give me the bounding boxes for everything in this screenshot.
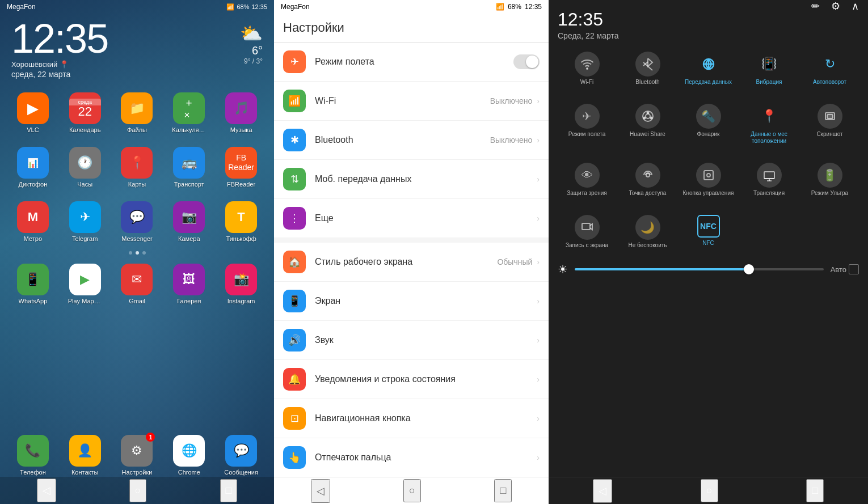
recent-button-home[interactable]: □ xyxy=(220,479,238,502)
back-button-settings[interactable]: ◁ xyxy=(311,479,330,503)
qs-tile-nfc[interactable]: NFC NFC xyxy=(679,210,738,253)
airplane-toggle[interactable] xyxy=(513,54,540,69)
qs-tile-eye-label: Защита зрения xyxy=(567,190,606,197)
qs-tile-location[interactable]: 📍 Данные о мес тоположении xyxy=(740,99,798,149)
settings-item-wifi[interactable]: 📶 Wi-Fi Выключено › xyxy=(274,82,549,121)
qs-tile-vibration[interactable]: 📳 Вибрация xyxy=(740,47,798,90)
app-whatsapp[interactable]: 📱 WhatsApp xyxy=(9,264,57,304)
nav-button-content: Навигационная кнопка xyxy=(315,413,537,423)
qs-tile-eye[interactable]: 👁 Защита зрения xyxy=(558,158,616,201)
app-label-messenger: Messenger xyxy=(121,235,152,242)
app-instagram[interactable]: 📸 Instagram xyxy=(217,264,265,304)
qs-edit-button[interactable]: ✏ xyxy=(811,0,820,12)
app-vlc[interactable]: ▶ VLC xyxy=(9,92,57,133)
dock-phone[interactable]: 📞 Телефон xyxy=(9,435,57,476)
dock-messages[interactable]: 💬 Сообщения xyxy=(217,435,265,476)
dock-settings[interactable]: ⚙ 1 Настройки xyxy=(113,435,161,476)
app-label-gmail: Gmail xyxy=(129,298,145,304)
qs-tile-dnd[interactable]: 🌙 Не беспокоить xyxy=(618,210,677,253)
settings-item-mobile-data[interactable]: ⇅ Моб. передача данных › xyxy=(274,160,549,199)
qs-tile-screenshot-icon xyxy=(818,104,842,129)
qs-tile-flashlight[interactable]: 🔦 Фонарик xyxy=(679,99,738,149)
app-gallery[interactable]: 🖼 Галерея xyxy=(165,264,213,304)
settings-item-bluetooth[interactable]: ✱ Bluetooth Выключено › xyxy=(274,121,549,160)
qs-tile-screen-record[interactable]: Запись с экрана xyxy=(558,210,616,253)
qs-expand-button[interactable]: ∧ xyxy=(852,0,859,12)
qs-tile-hotspot[interactable]: Точка доступа xyxy=(618,158,677,201)
app-icon-gallery: 🖼 xyxy=(173,264,205,295)
battery-settings: 68% xyxy=(508,3,521,11)
app-calendar[interactable]: среда 22 Календарь xyxy=(61,92,109,133)
app-fbreader[interactable]: FBReader FBReader xyxy=(217,147,265,188)
app-camera[interactable]: 📷 Камера xyxy=(165,201,213,242)
app-gmail[interactable]: ✉ Gmail xyxy=(113,264,161,304)
app-metro[interactable]: М Метро xyxy=(9,201,57,242)
qs-gear-button[interactable]: ⚙ xyxy=(831,0,840,12)
qs-tile-vibration-icon: 📳 xyxy=(757,52,782,77)
app-label-playstore: Play Маркет xyxy=(68,298,102,304)
qs-tile-data[interactable]: Передача данных xyxy=(679,47,738,90)
qs-tile-flashlight-label: Фонарик xyxy=(697,131,720,138)
dot-2 xyxy=(136,251,139,255)
wifi-label: Wi-Fi xyxy=(315,96,336,105)
app-files[interactable]: 📁 Файлы xyxy=(113,92,161,133)
app-playstore[interactable]: ▶ Play Маркет xyxy=(61,264,109,304)
app-music[interactable]: 🎵 Музыка xyxy=(217,92,265,133)
svg-point-6 xyxy=(647,112,648,114)
auto-brightness-checkbox[interactable] xyxy=(849,264,859,274)
app-label-transport: Транспорт xyxy=(174,181,204,188)
app-messenger[interactable]: 💬 Messenger xyxy=(113,201,161,242)
app-clock[interactable]: 🕐 Часы xyxy=(61,147,109,188)
qs-tile-huawei-share[interactable]: Huawei Share xyxy=(618,99,677,149)
settings-item-home-style[interactable]: 🏠 Стиль рабочего экрана Обычный › xyxy=(274,243,549,282)
back-button-qs[interactable]: ◁ xyxy=(593,479,612,503)
app-label-instagram: Instagram xyxy=(227,298,255,304)
app-calc[interactable]: ＋× Калькуляторg xyxy=(165,92,213,133)
qs-tile-autorotate[interactable]: ↻ Автоповорот xyxy=(800,47,859,90)
qs-tile-wifi[interactable]: Wi-Fi xyxy=(558,47,616,90)
status-bar-home: MegaFon 📶 68% 12:35 xyxy=(0,0,274,14)
app-telegram[interactable]: ✈ Telegram xyxy=(61,201,109,242)
qs-tile-nfc-label: NFC xyxy=(702,240,714,247)
qs-tile-flashlight-icon: 🔦 xyxy=(696,104,721,129)
carrier-settings: MegaFon xyxy=(281,3,310,11)
notifications-icon: 🔔 xyxy=(283,368,306,391)
qs-tile-dnd-label: Не беспокоить xyxy=(628,242,667,249)
recent-button-settings[interactable]: □ xyxy=(494,479,512,502)
notifications-content: Уведомления и строка состояния xyxy=(315,374,537,384)
app-tinkoff[interactable]: Т Тинькофф xyxy=(217,201,265,242)
app-label-whatsapp: WhatsApp xyxy=(19,298,48,304)
recent-button-qs[interactable]: □ xyxy=(806,479,824,502)
qs-tile-bluetooth[interactable]: Bluetooth xyxy=(618,47,677,90)
bluetooth-content: Bluetooth xyxy=(315,135,490,145)
settings-item-sound[interactable]: 🔊 Звук › xyxy=(274,321,549,360)
qs-tile-screenshot[interactable]: Скриншот xyxy=(800,99,859,149)
settings-item-nav-button[interactable]: ⊡ Навигационная кнопка › xyxy=(274,399,549,438)
qs-tile-screenshot-label: Скриншот xyxy=(816,131,842,138)
app-icon-vlc: ▶ xyxy=(17,92,49,124)
back-button-home[interactable]: ◁ xyxy=(37,478,56,502)
app-maps[interactable]: 📍 Карты xyxy=(113,147,161,188)
home-button-settings[interactable]: ○ xyxy=(403,479,421,502)
app-transport[interactable]: 🚌 Транспорт xyxy=(165,147,213,188)
settings-item-notifications[interactable]: 🔔 Уведомления и строка состояния › xyxy=(274,360,549,399)
settings-item-screen[interactable]: 📱 Экран › xyxy=(274,282,549,321)
airplane-label: Режим полета xyxy=(315,57,374,66)
home-button-home[interactable]: ○ xyxy=(129,479,147,502)
settings-item-more[interactable]: ⋮ Еще › xyxy=(274,199,549,238)
qs-tile-cast[interactable]: Трансляция xyxy=(740,158,798,201)
settings-item-fingerprint[interactable]: 👆 Отпечаток пальца › xyxy=(274,438,549,477)
app-recorder[interactable]: 📊 Диктофон xyxy=(9,147,57,188)
bluetooth-icon: ✱ xyxy=(283,129,306,151)
app-label-calendar: Календарь xyxy=(69,126,101,133)
dock-chrome[interactable]: 🌐 Chrome xyxy=(165,435,213,476)
qs-tile-ultra[interactable]: 🔋 Режим Ультра xyxy=(800,158,859,201)
qs-tile-control-btn[interactable]: Кнопка управления xyxy=(679,158,738,201)
settings-item-airplane[interactable]: ✈ Режим полета xyxy=(274,43,549,82)
brightness-slider[interactable] xyxy=(575,268,824,270)
dock-label-phone: Телефон xyxy=(20,469,46,476)
sound-right: › xyxy=(537,336,540,345)
dock-contacts[interactable]: 👤 Контакты xyxy=(61,435,109,476)
home-button-qs[interactable]: ○ xyxy=(701,479,718,502)
qs-tile-airplane[interactable]: ✈ Режим полета xyxy=(558,99,616,149)
